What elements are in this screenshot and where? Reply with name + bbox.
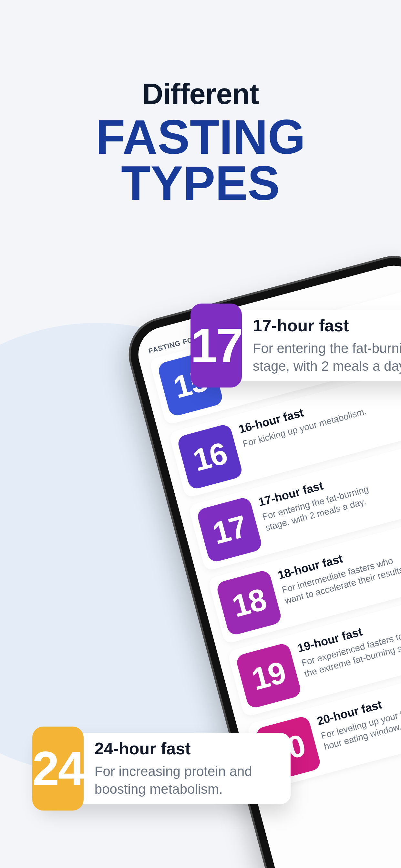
heading-big-line2: TYPES xyxy=(121,156,280,210)
highlight-title-17: 17-hour fast xyxy=(253,316,401,335)
highlight-badge-24: 24 xyxy=(32,726,84,810)
fasting-badge-18: 18 xyxy=(215,569,282,636)
highlight-text-24: 24-hour fast For increasing protein and … xyxy=(95,739,271,798)
fasting-badge-16: 16 xyxy=(176,423,243,490)
heading-small: Different xyxy=(0,78,401,111)
highlight-desc-17: For entering the fat-burning stage, with… xyxy=(253,340,401,375)
fasting-badge-17: 17 xyxy=(196,496,263,563)
heading-big: FASTING TYPES xyxy=(0,114,401,206)
highlight-num-17: 17 xyxy=(190,318,242,374)
highlight-card-24[interactable]: 24 24-hour fast For increasing protein a… xyxy=(39,733,290,804)
fasting-badge-19: 19 xyxy=(235,642,302,709)
highlight-desc-24: For increasing protein and boosting meta… xyxy=(95,763,271,798)
highlight-text-17: 17-hour fast For entering the fat-burnin… xyxy=(253,316,401,375)
highlight-num-24: 24 xyxy=(32,741,84,797)
highlight-badge-17: 17 xyxy=(190,304,242,388)
highlight-title-24: 24-hour fast xyxy=(95,739,271,758)
highlight-card-17[interactable]: 17 17-hour fast For entering the fat-bur… xyxy=(197,310,401,381)
page-heading: Different FASTING TYPES xyxy=(0,78,401,206)
